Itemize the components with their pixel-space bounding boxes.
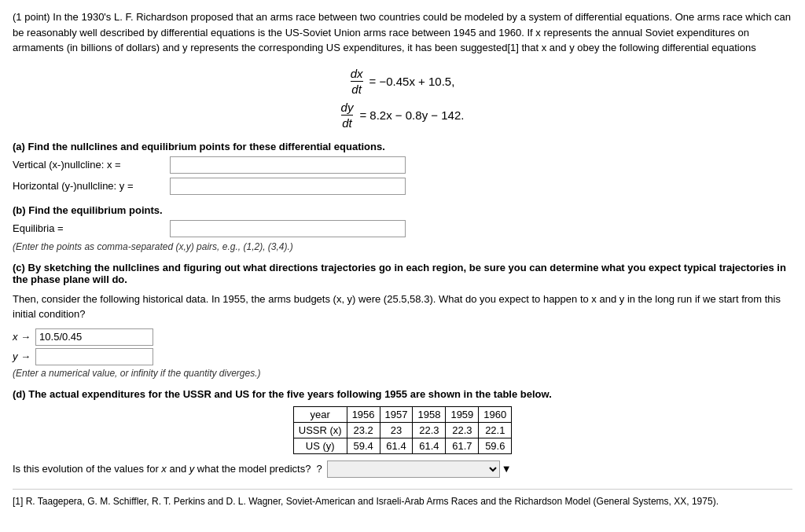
vertical-nullcline-label: Vertical (x-)nullcline: x = xyxy=(13,159,170,171)
table-header-cell: 1957 xyxy=(380,406,413,422)
vertical-nullcline-input[interactable] xyxy=(170,156,406,174)
part-a-label: (a) Find the nullclines and equilibrium … xyxy=(13,141,792,152)
equation-1-row: dx dt = −0.45x + 10.5, xyxy=(13,67,792,96)
expenditure-table: year19561957195819591960USSR (x)23.22322… xyxy=(293,406,513,454)
y-arrow-label: y → xyxy=(13,350,31,362)
y-arrow-input[interactable] xyxy=(35,348,153,365)
eq2-numerator: dy xyxy=(341,101,354,116)
eq1-fraction: dx dt xyxy=(351,67,363,96)
equations-block: dx dt = −0.45x + 10.5, dy dt = 8.2x − 0.… xyxy=(13,67,792,130)
eq2-fraction: dy dt xyxy=(341,101,354,130)
part-c-label: (c) By sketching the nullclines and figu… xyxy=(13,262,792,285)
table-cell: 22.1 xyxy=(479,422,512,438)
equilibria-input[interactable] xyxy=(170,220,406,237)
x-arrow-input[interactable] xyxy=(35,328,153,346)
horizontal-nullcline-row: Horizontal (y-)nullcline: y = xyxy=(13,178,792,195)
x-arrow-label: x → xyxy=(13,331,31,343)
table-header-cell: 1960 xyxy=(479,406,512,422)
table-header-cell: 1958 xyxy=(413,406,446,422)
model-question-text: Is this evolution of the values for x an… xyxy=(13,463,322,475)
table-row: US (y)59.461.461.461.759.6 xyxy=(293,438,512,453)
horizontal-nullcline-label: Horizontal (y-)nullcline: y = xyxy=(13,180,170,192)
table-header-cell: year xyxy=(293,406,347,422)
intro-text: (1 point) In the 1930's L. F. Richardson… xyxy=(13,11,791,53)
eq1-rhs: = −0.45x + 10.5, xyxy=(369,75,455,88)
table-row: USSR (x)23.22322.322.322.1 xyxy=(293,422,512,438)
eq2-rhs: = 8.2x − 0.8y − 142. xyxy=(359,108,464,122)
table-cell: 61.4 xyxy=(380,438,413,453)
footnote: [1] R. Taagepera, G. M. Schiffler, R. T.… xyxy=(13,489,792,508)
part-b-label: (b) Find the equilibrium points. xyxy=(13,204,792,216)
table-cell: US (y) xyxy=(293,438,347,453)
table-cell: 22.3 xyxy=(446,422,479,438)
table-cell: 23 xyxy=(380,422,413,438)
equilibria-row: Equilibria = xyxy=(13,220,792,237)
table-cell: 61.4 xyxy=(413,438,446,453)
x-arrow-row: x → xyxy=(13,328,792,346)
dropdown-arrow-icon: ▼ xyxy=(502,463,512,475)
vertical-nullcline-row: Vertical (x-)nullcline: x = xyxy=(13,156,792,174)
equilibria-hint: (Enter the points as comma-separated (x,… xyxy=(13,241,792,252)
intro-paragraph: (1 point) In the 1930's L. F. Richardson… xyxy=(13,9,792,56)
model-prediction-select[interactable]: Yes No xyxy=(327,460,500,478)
eq1-numerator: dx xyxy=(351,67,363,82)
eq2-denominator: dt xyxy=(342,116,352,130)
numerical-hint: (Enter a numerical value, or infinity if… xyxy=(13,368,792,379)
part-d-label: (d) The actual expenditures for the USSR… xyxy=(13,388,792,400)
eq1-denominator: dt xyxy=(351,82,362,96)
part-c-then-text: Then, consider the following historical … xyxy=(13,292,792,322)
table-header-cell: 1959 xyxy=(446,406,479,422)
horizontal-nullcline-input[interactable] xyxy=(170,178,406,195)
table-header-cell: 1956 xyxy=(347,406,380,422)
equation-2-row: dy dt = 8.2x − 0.8y − 142. xyxy=(13,101,792,130)
data-table-container: year19561957195819591960USSR (x)23.22322… xyxy=(13,406,792,454)
table-cell: 23.2 xyxy=(347,422,380,438)
table-cell: 61.7 xyxy=(446,438,479,453)
table-cell: 59.6 xyxy=(479,438,512,453)
table-cell: 22.3 xyxy=(413,422,446,438)
table-cell: 59.4 xyxy=(347,438,380,453)
equilibria-label: Equilibria = xyxy=(13,222,170,234)
y-arrow-row: y → xyxy=(13,348,792,365)
table-cell: USSR (x) xyxy=(293,422,347,438)
model-question-row: Is this evolution of the values for x an… xyxy=(13,460,792,478)
